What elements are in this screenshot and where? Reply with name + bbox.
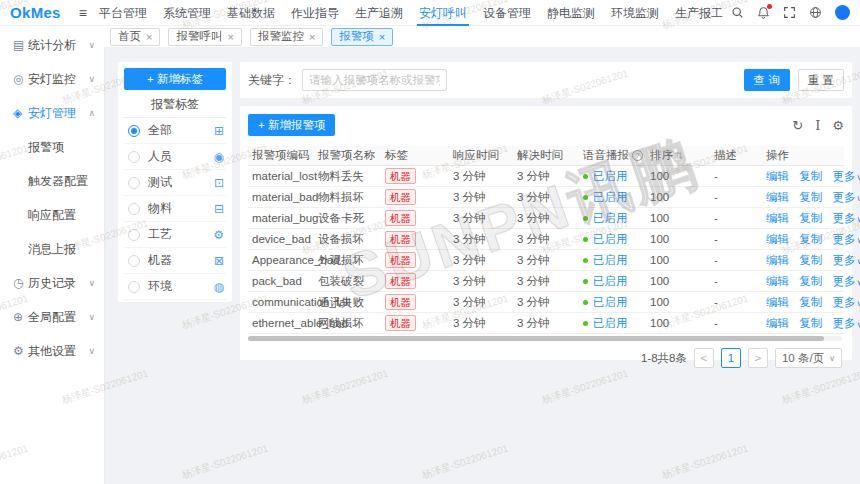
page-size-select[interactable]: 10 条/页∨ — [775, 348, 842, 368]
top-nav-item[interactable]: 平台管理 — [97, 0, 149, 26]
table-row: material_bug 设备卡死 机器 3 分钟 3 分钟 已启用 100 -… — [248, 208, 844, 229]
tab-close-icon[interactable]: × — [146, 31, 152, 43]
top-nav-item[interactable]: 生产报工 — [673, 0, 725, 26]
tag-radio[interactable] — [128, 281, 140, 293]
row-density-icon[interactable]: Ⅰ — [815, 118, 820, 133]
page-tab[interactable]: 首页 × — [110, 28, 160, 46]
edit-link[interactable]: 编辑 — [766, 191, 789, 203]
edit-link[interactable]: 编辑 — [766, 296, 789, 308]
tab-close-icon[interactable]: × — [227, 31, 233, 43]
tag-radio[interactable] — [128, 125, 140, 137]
page-tab[interactable]: 报警监控 × — [250, 28, 323, 46]
header-sort-order[interactable]: 排序⇅ — [650, 148, 714, 163]
tag-list-item[interactable]: 全部 ⊞ — [124, 118, 226, 144]
top-nav-item[interactable]: 静电监测 — [545, 0, 597, 26]
tag-category-icon: ⊠ — [214, 254, 224, 268]
cell-name: 网线损坏 — [318, 316, 385, 331]
refresh-icon[interactable]: ↻ — [792, 118, 803, 133]
top-nav-item[interactable]: 基础数据 — [225, 0, 277, 26]
top-nav-item[interactable]: 作业指导 — [289, 0, 341, 26]
more-link[interactable]: 更多∨ — [832, 254, 860, 266]
sidebar-item[interactable]: 触发器配置 — [0, 164, 104, 198]
tag-list-item[interactable]: 工艺 ⚙ — [124, 222, 226, 248]
tag-list-item[interactable]: 人员 ◉ — [124, 144, 226, 170]
copy-link[interactable]: 复制 — [799, 275, 822, 287]
search-icon[interactable] — [731, 6, 744, 19]
sidebar-item[interactable]: ◈ 安灯管理 ∧ — [0, 96, 104, 130]
notification-bell-icon[interactable] — [757, 6, 770, 19]
more-link[interactable]: 更多∨ — [832, 296, 860, 308]
sidebar-item-label: 统计分析 — [28, 37, 76, 54]
more-link[interactable]: 更多∨ — [832, 275, 860, 287]
column-settings-icon[interactable]: ⚙ — [832, 118, 844, 133]
edit-link[interactable]: 编辑 — [766, 212, 789, 224]
top-nav-item[interactable]: 生产追溯 — [353, 0, 405, 26]
sidebar-item[interactable]: ⚙ 其他设置 ∨ — [0, 334, 104, 368]
more-link[interactable]: 更多∨ — [832, 170, 860, 182]
tab-close-icon[interactable]: × — [379, 31, 385, 43]
sidebar-item[interactable]: 消息上报 — [0, 232, 104, 266]
help-question-icon[interactable]: ? — [632, 150, 643, 161]
edit-link[interactable]: 编辑 — [766, 317, 789, 329]
tag-list-item[interactable]: 机器 ⊠ — [124, 248, 226, 274]
sidebar-item[interactable]: ⊕ 全局配置 ∨ — [0, 300, 104, 334]
tab-close-icon[interactable]: × — [309, 31, 315, 43]
sidebar-item-label: 安灯监控 — [28, 71, 76, 88]
copy-link[interactable]: 复制 — [799, 170, 822, 182]
header-tag: 标签 — [385, 148, 453, 163]
more-link[interactable]: 更多∨ — [832, 191, 860, 203]
top-nav-item[interactable]: 安灯呼叫 — [417, 0, 469, 26]
tag-radio[interactable] — [128, 151, 140, 163]
copy-link[interactable]: 复制 — [799, 296, 822, 308]
sidebar-item[interactable]: ◷ 历史记录 ∨ — [0, 266, 104, 300]
sidebar-item[interactable]: ▤ 统计分析 ∨ — [0, 28, 104, 62]
tag-list-item[interactable]: 物料 ⊟ — [124, 196, 226, 222]
copy-link[interactable]: 复制 — [799, 212, 822, 224]
copy-link[interactable]: 复制 — [799, 317, 822, 329]
keyword-input[interactable] — [302, 69, 447, 91]
cell-voice-status: 已启用 — [583, 232, 650, 247]
tag-list-item[interactable]: 测试 ⊡ — [124, 170, 226, 196]
top-nav: 平台管理系统管理基础数据作业指导生产追溯安灯呼叫设备管理静电监测环境监测生产报工 — [91, 0, 731, 26]
copy-link[interactable]: 复制 — [799, 254, 822, 266]
tag-radio[interactable] — [128, 203, 140, 215]
page-tab[interactable]: 报警呼叫 × — [168, 28, 241, 46]
next-page-button[interactable]: > — [748, 348, 768, 368]
more-link[interactable]: 更多∨ — [832, 233, 860, 245]
edit-link[interactable]: 编辑 — [766, 275, 789, 287]
cell-tag: 机器 — [385, 273, 453, 289]
page-number-button[interactable]: 1 — [721, 348, 741, 368]
top-nav-item[interactable]: 设备管理 — [481, 0, 533, 26]
page-tab[interactable]: 报警项 × — [331, 28, 393, 46]
top-nav-item[interactable]: 系统管理 — [161, 0, 213, 26]
edit-link[interactable]: 编辑 — [766, 254, 789, 266]
tag-radio[interactable] — [128, 177, 140, 189]
cell-tag: 机器 — [385, 252, 453, 268]
add-alarm-item-button[interactable]: + 新增报警项 — [248, 114, 335, 136]
cell-order: 100 — [650, 170, 714, 182]
tag-list-item[interactable]: 环境 ◍ — [124, 274, 226, 300]
more-link[interactable]: 更多∨ — [832, 317, 860, 329]
cell-actions: 编辑 复制 更多∨ — [766, 190, 860, 205]
fullscreen-icon[interactable] — [783, 6, 796, 19]
tag-category-icon: ⚙ — [213, 228, 224, 242]
tag-radio[interactable] — [128, 229, 140, 241]
copy-link[interactable]: 复制 — [799, 233, 822, 245]
user-avatar[interactable] — [835, 5, 850, 20]
search-button[interactable]: 查 询 — [744, 69, 790, 91]
collapse-menu-icon[interactable]: ≡ — [79, 5, 87, 21]
add-tag-button[interactable]: + 新增标签 — [124, 68, 226, 90]
edit-link[interactable]: 编辑 — [766, 233, 789, 245]
reset-button[interactable]: 重 置 — [798, 69, 844, 91]
sidebar-item[interactable]: ◎ 安灯监控 ∨ — [0, 62, 104, 96]
language-globe-icon[interactable] — [809, 6, 822, 19]
sidebar-item[interactable]: 响应配置 — [0, 198, 104, 232]
prev-page-button[interactable]: < — [694, 348, 714, 368]
tag-radio[interactable] — [128, 255, 140, 267]
copy-link[interactable]: 复制 — [799, 191, 822, 203]
sidebar-item[interactable]: 报警项 — [0, 130, 104, 164]
top-nav-item[interactable]: 环境监测 — [609, 0, 661, 26]
more-link[interactable]: 更多∨ — [832, 212, 860, 224]
sort-arrows-icon[interactable]: ⇅ — [675, 150, 683, 161]
edit-link[interactable]: 编辑 — [766, 170, 789, 182]
